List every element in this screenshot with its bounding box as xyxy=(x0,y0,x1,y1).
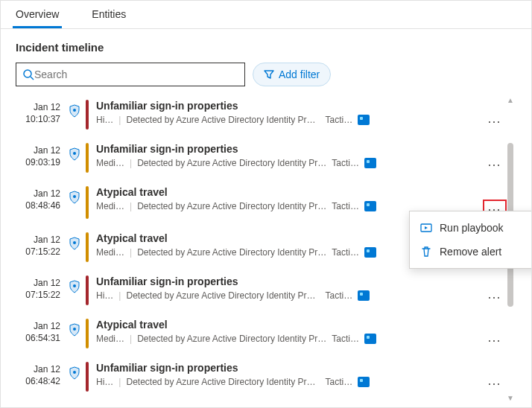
filter-icon xyxy=(264,69,274,80)
detected-by: Detected by Azure Active Directory Ident… xyxy=(137,247,326,258)
more-actions-button[interactable]: ⋯ xyxy=(484,113,505,130)
tactic-icon xyxy=(364,334,376,344)
menu-remove-alert-label: Remove alert xyxy=(440,246,501,258)
more-actions-button[interactable]: ⋯ xyxy=(484,375,505,392)
svg-point-8 xyxy=(73,371,76,374)
svg-point-4 xyxy=(73,195,76,198)
add-filter-button[interactable]: Add filter xyxy=(253,63,331,86)
trash-icon xyxy=(420,246,432,258)
tactics-label: Tacti… xyxy=(332,158,359,168)
tactic-icon xyxy=(364,247,376,258)
timestamp: Jan 1209:03:19 xyxy=(16,143,66,168)
timestamp: Jan 1210:10:37 xyxy=(16,100,66,125)
detected-by: Detected by Azure Active Directory Ident… xyxy=(126,290,320,301)
timeline-row[interactable]: Jan 1206:48:42Unfamiliar sign-in propert… xyxy=(16,356,512,399)
severity-bar xyxy=(86,143,89,173)
detected-by: Detected by Azure Active Directory Ident… xyxy=(137,334,326,344)
timestamp-time: 08:48:46 xyxy=(16,200,60,211)
tactics-label: Tacti… xyxy=(325,377,352,387)
menu-run-playbook[interactable]: Run playbook xyxy=(410,216,532,240)
tactics-label: Tacti… xyxy=(332,247,359,258)
more-actions-button[interactable]: ⋯ xyxy=(484,332,505,348)
shield-icon xyxy=(66,362,83,380)
svg-point-2 xyxy=(73,109,76,112)
shield-icon xyxy=(66,143,83,161)
context-menu: Run playbook Remove alert xyxy=(409,211,532,269)
timestamp-date: Jan 12 xyxy=(16,188,60,200)
timeline-row[interactable]: Jan 1206:54:31Atypical travelMedi…|Detec… xyxy=(16,313,512,356)
alert-title[interactable]: Unfamiliar sign-in properties xyxy=(96,143,478,155)
timeline-row[interactable]: Jan 1210:10:37Unfamiliar sign-in propert… xyxy=(16,94,512,137)
timestamp-date: Jan 12 xyxy=(16,320,60,332)
alert-title[interactable]: Atypical travel xyxy=(96,319,478,331)
timestamp: Jan 1206:48:42 xyxy=(16,362,66,387)
severity-bar xyxy=(86,275,89,305)
tactics-label: Tacti… xyxy=(325,115,352,125)
severity-label: Medi… xyxy=(96,247,124,258)
timestamp-time: 07:15:22 xyxy=(16,289,60,301)
svg-point-5 xyxy=(73,241,76,244)
timestamp-date: Jan 12 xyxy=(16,144,60,156)
tactic-icon xyxy=(364,201,376,211)
alert-title[interactable]: Unfamiliar sign-in properties xyxy=(96,275,478,287)
severity-label: Medi… xyxy=(96,201,124,211)
timestamp-date: Jan 12 xyxy=(16,277,60,289)
add-filter-label: Add filter xyxy=(279,68,320,80)
timestamp-time: 06:54:31 xyxy=(16,332,60,344)
alert-content: Atypical travelMedi…|Detected by Azure A… xyxy=(96,186,478,211)
tactic-icon xyxy=(358,290,370,301)
timestamp-time: 06:48:42 xyxy=(16,375,60,387)
svg-point-7 xyxy=(73,328,76,331)
timestamp-time: 10:10:37 xyxy=(16,113,60,125)
alert-title[interactable]: Atypical travel xyxy=(96,186,478,198)
search-input[interactable] xyxy=(34,68,238,80)
search-icon xyxy=(22,68,34,80)
scroll-down-arrow[interactable]: ▼ xyxy=(507,395,514,402)
timestamp-time: 07:15:22 xyxy=(16,246,60,258)
tactics-label: Tacti… xyxy=(332,201,359,211)
tactics-label: Tacti… xyxy=(332,334,359,344)
detected-by: Detected by Azure Active Directory Ident… xyxy=(137,201,326,211)
timestamp-time: 09:03:19 xyxy=(16,156,60,168)
alert-title[interactable]: Unfamiliar sign-in properties xyxy=(96,100,478,112)
alert-content: Unfamiliar sign-in propertiesHi…|Detecte… xyxy=(96,100,478,125)
tactic-icon xyxy=(358,377,370,387)
tab-entities[interactable]: Entities xyxy=(89,1,129,28)
svg-point-3 xyxy=(73,152,76,155)
alert-content: Unfamiliar sign-in propertiesHi…|Detecte… xyxy=(96,275,478,301)
timestamp: Jan 1207:15:22 xyxy=(16,232,66,258)
tabs: Overview Entities xyxy=(1,1,531,29)
shield-icon xyxy=(66,319,83,337)
timeline-row[interactable]: Jan 1209:03:19Unfamiliar sign-in propert… xyxy=(16,137,512,180)
alert-content: Atypical travelMedi…|Detected by Azure A… xyxy=(96,319,478,344)
search-box[interactable] xyxy=(16,63,245,86)
timeline-row[interactable]: Jan 1207:15:22Unfamiliar sign-in propert… xyxy=(16,270,512,313)
tactics-label: Tacti… xyxy=(325,290,352,301)
severity-label: Medi… xyxy=(96,158,124,168)
alert-title[interactable]: Unfamiliar sign-in properties xyxy=(96,362,478,374)
tab-overview[interactable]: Overview xyxy=(13,1,62,28)
svg-point-6 xyxy=(73,284,76,287)
timestamp: Jan 1208:48:46 xyxy=(16,186,66,211)
alert-content: Unfamiliar sign-in propertiesHi…|Detecte… xyxy=(96,362,478,387)
alert-content: Unfamiliar sign-in propertiesMedi…|Detec… xyxy=(96,143,478,168)
svg-point-0 xyxy=(24,70,31,77)
detected-by: Detected by Azure Active Directory Ident… xyxy=(137,158,326,168)
playbook-icon xyxy=(420,222,432,234)
menu-remove-alert[interactable]: Remove alert xyxy=(410,240,532,264)
severity-bar xyxy=(86,362,89,392)
detected-by: Detected by Azure Active Directory Ident… xyxy=(126,377,320,387)
svg-line-1 xyxy=(31,77,34,80)
timestamp-date: Jan 12 xyxy=(16,363,60,375)
shield-icon xyxy=(66,232,83,250)
more-actions-button[interactable]: ⋯ xyxy=(484,156,505,173)
severity-label: Hi… xyxy=(96,115,113,125)
detected-by: Detected by Azure Active Directory Ident… xyxy=(126,115,320,125)
timestamp: Jan 1206:54:31 xyxy=(16,319,66,344)
scroll-up-arrow[interactable]: ▲ xyxy=(507,97,514,104)
shield-icon xyxy=(66,275,83,293)
shield-icon xyxy=(66,100,83,118)
shield-icon xyxy=(66,186,83,204)
more-actions-button[interactable]: ⋯ xyxy=(484,289,505,305)
severity-bar xyxy=(86,186,89,219)
